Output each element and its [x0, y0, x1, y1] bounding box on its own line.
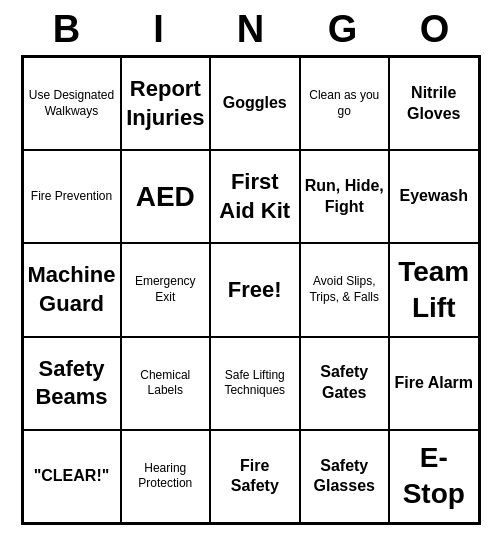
bingo-cell-11: Emergency Exit	[121, 243, 210, 336]
bingo-cell-14: Team Lift	[389, 243, 479, 336]
bingo-cell-8: Run, Hide, Fight	[300, 150, 389, 243]
bingo-grid: Use Designated WalkwaysReport InjuriesGo…	[21, 55, 481, 525]
bingo-cell-9: Eyewash	[389, 150, 479, 243]
bingo-cell-16: Chemical Labels	[121, 337, 210, 430]
bingo-cell-5: Fire Prevention	[23, 150, 121, 243]
letter-i: I	[113, 8, 205, 51]
bingo-cell-6: AED	[121, 150, 210, 243]
bingo-cell-23: Safety Glasses	[300, 430, 389, 523]
bingo-cell-2: Goggles	[210, 57, 300, 150]
bingo-cell-22: Fire Safety	[210, 430, 300, 523]
bingo-cell-10: Machine Guard	[23, 243, 121, 336]
bingo-cell-24: E-Stop	[389, 430, 479, 523]
bingo-cell-18: Safety Gates	[300, 337, 389, 430]
bingo-cell-1: Report Injuries	[121, 57, 210, 150]
letter-b: B	[21, 8, 113, 51]
letter-g: G	[297, 8, 389, 51]
bingo-cell-0: Use Designated Walkways	[23, 57, 121, 150]
bingo-cell-20: "CLEAR!"	[23, 430, 121, 523]
bingo-cell-17: Safe Lifting Techniques	[210, 337, 300, 430]
letter-n: N	[205, 8, 297, 51]
letter-o: O	[389, 8, 481, 51]
bingo-cell-15: Safety Beams	[23, 337, 121, 430]
bingo-cell-21: Hearing Protection	[121, 430, 210, 523]
bingo-header: B I N G O	[21, 8, 481, 51]
bingo-cell-12: Free!	[210, 243, 300, 336]
bingo-cell-3: Clean as you go	[300, 57, 389, 150]
bingo-cell-13: Avoid Slips, Trips, & Falls	[300, 243, 389, 336]
bingo-cell-4: Nitrile Gloves	[389, 57, 479, 150]
bingo-cell-7: First Aid Kit	[210, 150, 300, 243]
bingo-cell-19: Fire Alarm	[389, 337, 479, 430]
